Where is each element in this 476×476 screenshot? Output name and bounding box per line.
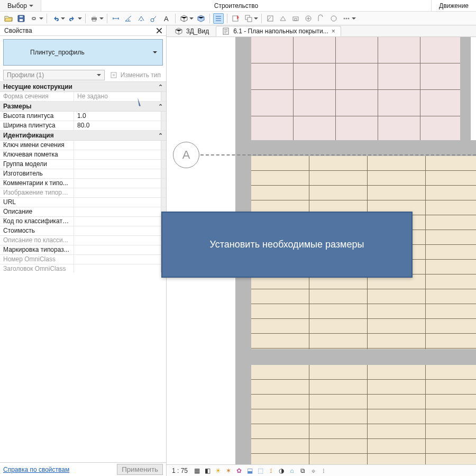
link-dropdown[interactable] [29,13,43,24]
property-row[interactable]: Стоимость [0,226,166,236]
dots-icon [341,13,352,24]
save-button[interactable] [16,13,26,24]
properties-header: Свойства [0,25,166,36]
tool-d-button[interactable] [303,13,314,24]
prop-label: Ширина плинтуса [0,121,74,130]
reveal-icon[interactable]: ⌂ [288,467,296,474]
property-row[interactable]: Изготовитель [0,169,166,179]
property-row[interactable]: Описание по класси... [0,236,166,245]
menu-center[interactable]: Строительство [207,0,266,11]
property-row[interactable]: Ключ имени сечения [0,141,166,150]
svg-point-16 [344,17,345,19]
property-row[interactable]: Номер OmniClass [0,255,166,264]
text-button[interactable]: A [161,13,172,24]
link-icon [29,13,39,24]
crop-icon[interactable]: ⬓ [246,467,253,474]
tool-g-dropdown[interactable] [341,13,356,24]
section-button[interactable] [196,13,206,24]
separator [47,14,47,23]
property-row[interactable]: Комментарии к типо... [0,179,166,188]
switch-windows-dropdown[interactable] [243,13,258,24]
prop-value[interactable]: 80.0 [74,121,161,130]
chevron-down-icon [352,17,356,20]
menu-select[interactable]: Выбор [0,0,41,11]
undo-dropdown[interactable] [50,13,65,24]
prop-value[interactable] [74,245,161,254]
redo-dropdown[interactable] [67,13,82,24]
aligned-dim-button[interactable] [111,13,121,24]
edit-type-button[interactable]: Изменить тип [108,71,163,79]
tool-b-button[interactable] [278,13,288,24]
3d-view-dropdown[interactable] [179,13,194,24]
prop-value[interactable] [74,226,161,235]
scale-label[interactable]: 1 : 75 [172,467,188,474]
shadows-icon[interactable]: ✶ [225,467,232,474]
prop-value[interactable] [74,179,161,188]
close-view-button[interactable] [231,13,241,24]
instance-filter[interactable]: Профили (1) [3,70,105,80]
view-tab-3d-label: 3Д_Вид [186,28,209,35]
view-tab-plan[interactable]: 6.1 - План напольных покрыти... × [216,26,341,36]
tool-a-button[interactable] [265,13,276,24]
grid-bubble[interactable]: A [173,142,199,168]
type-selector[interactable]: Плинтус_профиль [3,39,163,66]
property-row[interactable]: Группа модели [0,160,166,169]
print-dropdown[interactable] [89,13,104,24]
prop-value[interactable] [74,198,161,207]
visual-style-icon[interactable]: ◧ [204,467,211,474]
property-row[interactable]: Изображение типора... [0,188,166,198]
view-break-icon[interactable]: ⫶ [320,467,327,474]
render-icon[interactable]: ✿ [235,467,243,474]
sun-path-icon[interactable]: ☀ [214,467,222,474]
properties-help-link[interactable]: Справка по свойствам [3,466,69,473]
property-row[interactable]: Ширина плинтуса80.0 [0,121,166,131]
property-row[interactable]: Высота плинтуса1.0 [0,112,166,121]
group-struct-header[interactable]: Несущие конструкции⌃ [0,82,166,92]
tool-e-button[interactable] [316,13,326,24]
chevron-down-icon [29,5,33,7]
temp-hide-icon[interactable]: ◑ [278,467,285,474]
worksharing-icon[interactable]: ⧉ [299,467,306,474]
property-row[interactable]: URL [0,198,166,207]
crop-region-icon[interactable]: ⬚ [257,467,264,474]
separator [41,0,41,11]
measure-button[interactable] [149,13,159,24]
view-tab-3d[interactable]: 3Д_Вид [169,26,215,36]
thin-lines-button[interactable] [213,13,224,24]
prop-value[interactable] [74,217,161,226]
property-row[interactable]: Заголовок OmniClass [0,264,166,272]
angle-dim-button[interactable] [123,13,134,24]
collapse-icon: ⌃ [158,132,163,139]
prop-value[interactable]: 1.0 [74,112,161,121]
detail-level-icon[interactable]: ▦ [193,467,200,474]
type-selector-label: Плинтус_профиль [30,49,153,56]
apply-button[interactable]: Применить [117,464,163,475]
tool-c-button[interactable] [290,13,301,24]
prop-label: Код по классификатору [0,217,74,226]
property-row[interactable]: Маркировка типораз... [0,245,166,255]
chevron-down-icon [189,17,194,20]
prop-value[interactable] [74,141,161,150]
close-icon[interactable]: × [332,28,335,35]
property-row[interactable]: Ключевая пометка [0,150,166,160]
prop-value[interactable] [74,169,161,178]
lock-icon[interactable]: ⟟ [267,467,274,474]
prop-value[interactable] [74,207,161,216]
open-button[interactable] [3,13,14,24]
svg-text:A: A [164,15,169,23]
tool-f-button[interactable] [328,13,339,24]
chevron-down-icon [153,51,157,53]
spot-elev-button[interactable] [136,13,147,24]
prop-label: Комментарии к типо... [0,179,74,188]
group-ident-header[interactable]: Идентификация⌃ [0,131,166,141]
svg-point-17 [346,17,347,19]
prop-value[interactable] [74,150,161,159]
property-row[interactable]: Код по классификатору [0,217,166,226]
view-settings-icon[interactable]: ⟐ [309,467,317,474]
svg-rect-11 [268,16,273,21]
menu-right[interactable]: Движение [432,0,476,11]
prop-label: Изображение типора... [0,188,74,197]
property-row[interactable]: Описание [0,207,166,217]
close-icon[interactable] [155,27,163,34]
prop-value[interactable] [74,160,161,169]
